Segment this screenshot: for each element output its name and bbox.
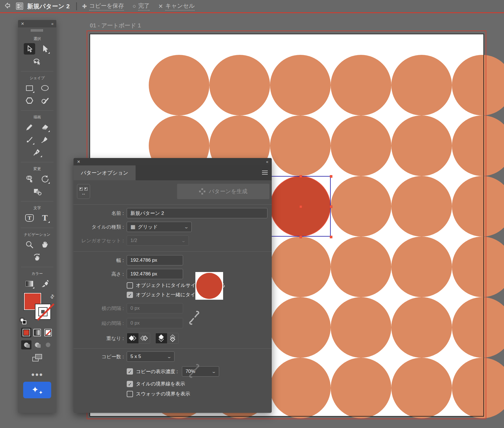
rotate-view-tool-icon — [33, 253, 41, 261]
drawing-mode-buttons — [18, 340, 56, 349]
pattern-copy-circle — [331, 237, 391, 297]
curvature-tool[interactable] — [39, 134, 51, 145]
pen-tool[interactable] — [31, 147, 43, 158]
width-input[interactable]: 192.4786 px — [127, 255, 183, 265]
chevron-down-icon: ⌄ — [184, 225, 189, 229]
section-shape-label: シェイプ — [18, 75, 56, 81]
v-spacing-input[interactable]: 0 px — [127, 318, 183, 328]
color-fill-button[interactable] — [21, 328, 31, 337]
tools-panel-close-icon[interactable]: ✕ — [21, 21, 24, 26]
v-spacing-label: 縦の間隔 : — [74, 320, 124, 327]
overlap-right-front-button[interactable] — [138, 333, 150, 343]
pattern-copy-circle — [391, 115, 452, 176]
draw-normal-mode-button[interactable] — [21, 340, 31, 349]
selection-bounding-box[interactable] — [270, 176, 331, 237]
pattern-name-input[interactable]: 新規パターン 2 — [127, 208, 267, 218]
tools-panel-collapse-icon[interactable]: « — [51, 21, 53, 26]
selection-handle[interactable] — [330, 236, 332, 238]
draw-behind-mode-button[interactable] — [32, 340, 42, 349]
eyedropper-tool[interactable] — [39, 278, 51, 289]
color-gradient-button[interactable] — [32, 328, 42, 337]
dialog-collapse-icon[interactable]: « — [266, 159, 268, 164]
direct-selection-tool-icon — [41, 45, 49, 53]
selection-center-handle[interactable] — [299, 205, 302, 208]
rectangle-tool[interactable] — [24, 82, 35, 94]
color-none-button[interactable] — [43, 328, 53, 337]
pattern-tile-tool-button[interactable]: ↔ — [77, 184, 90, 199]
polygon-tool[interactable] — [24, 95, 35, 106]
height-input[interactable]: 192.4786 px — [127, 269, 183, 279]
selection-tool[interactable] — [24, 43, 35, 55]
draw-inside-mode-button[interactable] — [43, 340, 53, 349]
rectangle-tool-icon — [26, 85, 33, 91]
pattern-copy-circle — [452, 55, 504, 115]
zoom-tool[interactable] — [24, 239, 35, 250]
hand-tool[interactable] — [39, 239, 51, 250]
pattern-tile-icon — [16, 3, 23, 10]
show-swatch-bounds-row[interactable]: スウォッチの境界を表示 — [74, 391, 272, 397]
show-tile-edge-row[interactable]: タイルの境界線を表示 — [74, 381, 272, 387]
selection-handle[interactable] — [330, 175, 332, 178]
save-copy-button[interactable]: ✚ コピーを保存 — [82, 2, 124, 11]
gradient-tool[interactable] — [24, 278, 35, 289]
fit-tile-checkbox[interactable] — [127, 282, 133, 289]
section-type-label: 文字 — [18, 205, 56, 211]
overlap-right-front-icon — [140, 335, 148, 341]
brick-offset-label: レンガオフセット : — [74, 237, 124, 244]
pen-tool-icon — [33, 148, 41, 157]
dim-copies-checkbox[interactable] — [127, 368, 133, 375]
tab-pattern-options[interactable]: パターンオプション — [74, 165, 136, 180]
type-tool[interactable]: T — [39, 212, 51, 224]
stroke-color-swatch[interactable] — [35, 304, 51, 320]
rotate-tool-icon — [41, 175, 49, 183]
dim-copies-row[interactable]: コピーの表示濃度 : 70% ⌄ — [74, 366, 272, 377]
h-spacing-input[interactable]: 0 px — [127, 303, 183, 313]
show-swatch-bounds-checkbox[interactable] — [127, 391, 133, 397]
move-tile-checkbox[interactable] — [127, 292, 133, 298]
rotate-view-tool[interactable] — [31, 251, 43, 263]
section-modify-label: 変更 — [18, 166, 56, 171]
transform-tool[interactable] — [24, 173, 35, 185]
generate-pattern-button[interactable]: パターンを生成 — [177, 184, 269, 199]
overlap-top-front-button[interactable] — [156, 333, 167, 343]
back-icon[interactable] — [5, 2, 12, 10]
swap-fill-stroke-icon[interactable]: ⇄ — [48, 293, 56, 300]
tile-type-dropdown[interactable]: ▦グリッド ⌄ — [127, 222, 192, 232]
move-tile-checkbox-row[interactable]: オブジェクトと一緒にタイルを移動 — [74, 291, 272, 298]
touch-type-tool[interactable]: T — [24, 212, 35, 224]
lasso-selection-tool[interactable] — [31, 56, 43, 67]
direct-selection-tool[interactable] — [39, 43, 51, 55]
link-broken-icon[interactable] — [188, 309, 201, 326]
paintbrush-tool[interactable] — [24, 134, 35, 145]
shaper-tool[interactable] — [39, 95, 51, 106]
generative-ai-button[interactable]: ✦✦ — [23, 382, 51, 398]
show-tile-edge-checkbox[interactable] — [127, 381, 133, 387]
color-type-buttons — [18, 328, 56, 337]
pattern-copy-circle — [391, 55, 452, 115]
brick-offset-dropdown[interactable]: 1/2 ⌄ — [127, 235, 189, 246]
done-button[interactable]: ○ 完了 — [132, 2, 150, 11]
artboard-tool-icon[interactable] — [32, 354, 42, 361]
selection-handle[interactable] — [299, 236, 302, 238]
tools-panel-grip[interactable] — [31, 29, 43, 32]
rotate-tool[interactable] — [39, 173, 51, 185]
pattern-copy-circle — [391, 297, 452, 358]
eyedropper-tool-icon — [41, 279, 49, 288]
copies-dropdown[interactable]: 5 x 5 ⌄ — [127, 351, 174, 362]
overlap-bottom-front-button[interactable] — [167, 333, 178, 343]
ellipse-tool-icon — [41, 85, 49, 91]
pattern-copy-circle — [270, 115, 331, 176]
more-tools-button[interactable]: ●●● — [18, 371, 56, 378]
panel-menu-icon[interactable] — [262, 171, 268, 171]
overlap-left-front-button[interactable] — [127, 333, 138, 343]
fit-tile-checkbox-row[interactable]: オブジェクトにタイルサイズを合わせる — [74, 282, 272, 289]
shape-builder-tool[interactable] — [31, 186, 43, 197]
selection-handle[interactable] — [299, 175, 302, 178]
cancel-button[interactable]: ✕ キャンセル — [158, 2, 195, 11]
default-fill-stroke-icon[interactable] — [20, 318, 26, 324]
dialog-close-icon[interactable]: ✕ — [77, 159, 80, 164]
eraser-tool[interactable] — [39, 121, 51, 133]
pencil-tool[interactable] — [24, 121, 35, 133]
selection-handle[interactable] — [330, 205, 332, 208]
ellipse-tool[interactable] — [39, 82, 51, 94]
